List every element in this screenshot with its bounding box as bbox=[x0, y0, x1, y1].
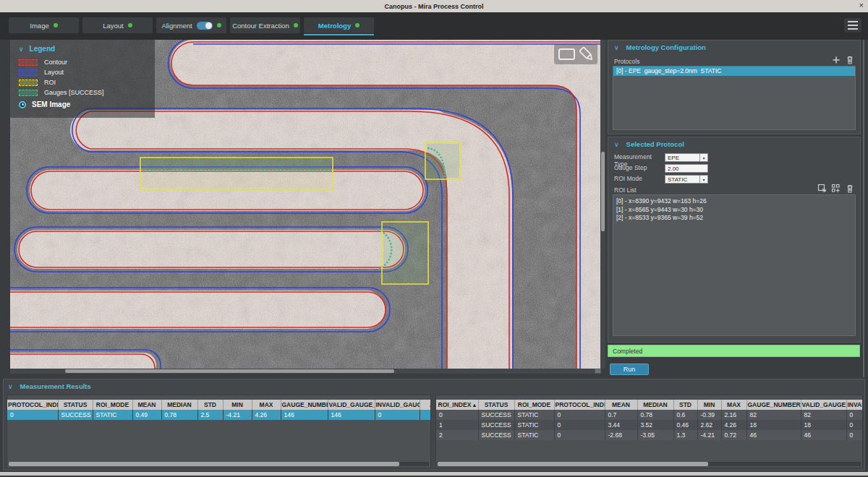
status-dot bbox=[128, 23, 132, 27]
delete-protocol-icon[interactable] bbox=[845, 55, 854, 64]
column-header[interactable]: ROI_MODE bbox=[93, 400, 132, 410]
alignment-toggle[interactable] bbox=[197, 22, 213, 30]
column-header[interactable]: MEAN bbox=[605, 400, 637, 410]
radio-icon bbox=[19, 101, 26, 108]
table-row[interactable]: 0SUCCESS STATIC0 0.70.78 0.6-0.39 2.1682… bbox=[436, 410, 863, 420]
run-button[interactable]: Run bbox=[610, 364, 649, 375]
tab-image[interactable]: Image bbox=[9, 17, 79, 33]
roi-list[interactable]: [0] - x=8390 y=9432 w=163 h=26[1] - x=85… bbox=[613, 194, 856, 336]
status-dot bbox=[217, 23, 221, 27]
tab-metrology[interactable]: Metrology bbox=[304, 17, 374, 33]
scrollbar-thumb[interactable] bbox=[65, 369, 394, 373]
measurement-type-select[interactable]: EPE ▾ bbox=[665, 153, 708, 162]
chevron-down-icon[interactable]: ∨ bbox=[19, 46, 24, 53]
selected-protocol-header: Selected Protocol bbox=[626, 140, 684, 148]
legend-item[interactable]: Gauges [SUCCESS] bbox=[19, 87, 155, 98]
legend-sem-image-radio[interactable]: SEM Image bbox=[19, 100, 155, 108]
horizontal-scrollbar[interactable] bbox=[438, 462, 861, 466]
metrology-configuration-panel: ∨ Metrology Configuration Protocols [0] … bbox=[608, 40, 861, 134]
table-row[interactable]: 2SUCCESS STATIC0 -2.68-3.05 1.3-4.21 0.7… bbox=[436, 430, 863, 440]
column-header[interactable]: MEAN bbox=[132, 400, 161, 410]
legend-item[interactable]: ROI bbox=[19, 77, 155, 87]
protocols-list[interactable]: [0] - EPE gauge_step=2.0nm STATIC bbox=[613, 66, 856, 130]
column-header[interactable]: GAUGE_NUMBER bbox=[281, 400, 328, 410]
column-header[interactable]: INVALID_GAUGE_NUMBER bbox=[375, 400, 420, 410]
add-protocol-icon[interactable] bbox=[831, 55, 841, 64]
tab-alignment-label: Alignment bbox=[161, 22, 192, 30]
roi-list-item[interactable]: [1] - x=8565 y=9443 w=30 h=30 bbox=[613, 206, 855, 215]
column-header[interactable]: ROI_MODE bbox=[514, 400, 554, 410]
column-header[interactable]: STATUS bbox=[58, 400, 93, 410]
chevron-down-icon[interactable]: ∨ bbox=[8, 383, 13, 390]
vertical-scrollbar[interactable] bbox=[600, 40, 605, 369]
roi-list-item[interactable]: [0] - x=8390 y=9432 w=163 h=26 bbox=[613, 197, 855, 206]
tab-alignment[interactable]: Alignment bbox=[156, 17, 226, 33]
gauge-step-input[interactable]: 2.00 bbox=[665, 164, 708, 173]
status-text: Completed bbox=[613, 348, 642, 355]
chevron-down-icon[interactable]: ∨ bbox=[614, 44, 619, 51]
window-title: Canopus - Mira Process Control bbox=[384, 3, 483, 10]
tab-contour-extraction[interactable]: Contour Extraction bbox=[230, 17, 300, 33]
legend-swatch bbox=[19, 59, 38, 66]
scrollbar-thumb[interactable] bbox=[9, 462, 399, 466]
protocols-label: Protocols bbox=[614, 58, 639, 65]
scrollbar-thumb[interactable] bbox=[601, 152, 605, 231]
roi-mode-select[interactable]: STATIC ▾ bbox=[665, 175, 708, 184]
column-header[interactable]: PROTOCOL_INDEX ▴ bbox=[7, 400, 58, 410]
table-row[interactable]: 0SUCCESS STATIC0.49 0.782.5 -4.214.26 14… bbox=[7, 410, 431, 420]
legend-item-label: ROI bbox=[44, 79, 56, 86]
metrology-configuration-header: Metrology Configuration bbox=[626, 43, 706, 51]
status-bar: Completed bbox=[608, 345, 860, 357]
column-header[interactable]: ROI_INDEX ▴ bbox=[436, 400, 478, 410]
roi-results-table: ROI_INDEX ▴STATUSROI_MODEPROTOCOL_INDEXM… bbox=[435, 395, 863, 468]
gauge-step-label: Gauge Step bbox=[614, 164, 665, 171]
column-header[interactable]: STD bbox=[197, 400, 223, 410]
column-header[interactable]: PROTOCOL_INDEX bbox=[554, 400, 605, 410]
column-header[interactable]: MIN bbox=[697, 400, 721, 410]
protocol-list-item[interactable]: [0] - EPE gauge_step=2.0nm STATIC bbox=[613, 66, 855, 76]
measurement-results-header: Measurement Results bbox=[20, 382, 91, 390]
column-header[interactable]: STD bbox=[673, 400, 697, 410]
column-header[interactable]: STATUS bbox=[478, 400, 514, 410]
tab-metrology-label: Metrology bbox=[318, 22, 351, 30]
column-header[interactable]: INVALID_GAUGE_NUMBER bbox=[846, 400, 863, 410]
tab-layout[interactable]: Layout bbox=[82, 17, 153, 33]
column-header[interactable]: VALID_GAUGE_NUMBER bbox=[328, 400, 375, 410]
column-header[interactable]: VALID_GAUGE_NUMBER bbox=[801, 400, 846, 410]
sem-image-canvas[interactable]: ∨ Legend Contour Layout ROI Gauges [SUCC… bbox=[10, 40, 600, 369]
column-header[interactable]: MAX bbox=[252, 400, 281, 410]
toggle-knob bbox=[205, 22, 212, 29]
panel-scrollbar[interactable] bbox=[863, 40, 864, 377]
column-header[interactable]: MEDIAN bbox=[161, 400, 197, 410]
delete-roi-icon[interactable] bbox=[845, 184, 854, 193]
scrollbar-thumb[interactable] bbox=[438, 462, 708, 466]
roi-list-item[interactable]: [2] - x=8533 y=9365 w=39 h=52 bbox=[613, 214, 855, 223]
draw-roi-icon[interactable] bbox=[817, 184, 827, 193]
add-roi-grid-icon[interactable] bbox=[831, 184, 841, 193]
title-bar: Canopus - Mira Process Control × bbox=[0, 0, 868, 12]
scrollbar-corner bbox=[595, 369, 601, 374]
run-button-label: Run bbox=[624, 366, 636, 373]
status-dot bbox=[355, 23, 359, 27]
viewport-toolbar bbox=[554, 44, 597, 64]
column-header[interactable]: A bbox=[420, 400, 431, 410]
legend-item[interactable]: Contour bbox=[19, 57, 155, 67]
close-icon[interactable]: × bbox=[859, 1, 864, 9]
horizontal-scrollbar[interactable] bbox=[10, 369, 595, 374]
legend-swatch bbox=[19, 69, 38, 76]
column-header[interactable]: GAUGE_NUMBER bbox=[746, 400, 801, 410]
table-row[interactable]: 1SUCCESS STATIC0 3.443.52 0.462.62 4.261… bbox=[436, 420, 863, 430]
roi-list-label: ROI List bbox=[614, 186, 637, 194]
protocol-results-table: PROTOCOL_INDEX ▴STATUSROI_MODEMEANMEDIAN… bbox=[7, 395, 431, 468]
legend-item[interactable]: Layout bbox=[19, 67, 155, 77]
status-dot bbox=[294, 23, 298, 27]
tab-image-label: Image bbox=[30, 22, 48, 30]
column-header[interactable]: MIN bbox=[223, 400, 252, 410]
column-header[interactable]: MAX bbox=[721, 400, 746, 410]
horizontal-scrollbar[interactable] bbox=[9, 462, 429, 466]
legend-item-label: Layout bbox=[44, 69, 64, 76]
chevron-down-icon[interactable]: ∨ bbox=[614, 141, 619, 148]
app-window: Canopus - Mira Process Control × Image L… bbox=[0, 0, 868, 477]
column-header[interactable]: MEDIAN bbox=[637, 400, 673, 410]
hamburger-menu-icon[interactable] bbox=[843, 17, 862, 33]
